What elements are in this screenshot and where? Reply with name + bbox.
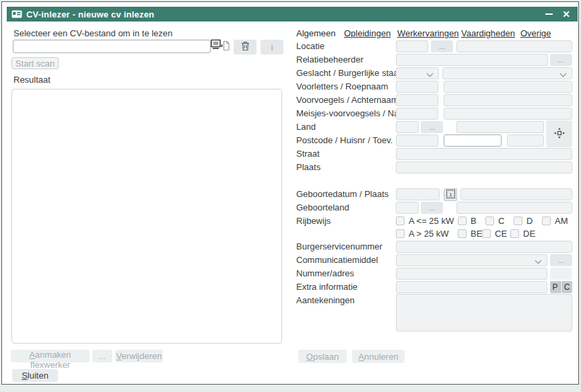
cancel-button[interactable]: Annuleren [352, 350, 405, 363]
locatie-code-input[interactable] [396, 40, 428, 52]
tab-werkervaringen[interactable]: Werkervaringen [397, 28, 459, 38]
land-label: Land [296, 121, 316, 133]
info-icon: i [271, 42, 273, 52]
checkbox-c[interactable] [485, 217, 494, 225]
geboortedatum-input[interactable] [396, 188, 440, 200]
checkbox-am-label: AM [555, 215, 568, 227]
extra-c-button[interactable]: C [561, 281, 572, 293]
svg-text:1: 1 [449, 191, 452, 197]
nummer-adres-side-button[interactable] [550, 268, 572, 280]
relatiebeheerder-lookup-button[interactable]: ... [550, 54, 572, 66]
checkbox-ce[interactable] [482, 229, 491, 238]
roepnaam-input[interactable] [444, 81, 572, 93]
checkbox-a-gt-25kw-label: A > 25 kW [409, 228, 449, 239]
computer-file-import-icon [211, 39, 230, 54]
meisjes-voorvoegsels-input[interactable] [396, 108, 438, 120]
toevoeging-input[interactable] [507, 134, 544, 147]
rijbewijs-label: Rijbewijs [296, 215, 331, 227]
checkbox-b[interactable] [458, 217, 467, 225]
checkbox-c-label: C [498, 215, 504, 227]
create-flexworker-more-button[interactable]: ... [92, 350, 112, 362]
communicatiemiddel-more-button[interactable]: ... [550, 254, 572, 266]
geboorteland-name-input[interactable] [456, 202, 572, 214]
relatiebeheerder-input[interactable] [396, 54, 548, 66]
extra-informatie-label: Extra informatie [296, 281, 357, 293]
postcode-input[interactable] [396, 134, 438, 147]
page: CV-inlezer - nieuwe cv inlezen ✕ Selecte… [0, 0, 581, 392]
geslacht-staat-label: Geslacht / Burgerlijke staat [296, 67, 401, 79]
burgerlijke-staat-select[interactable] [442, 67, 572, 79]
extra-informatie-input[interactable] [396, 281, 547, 293]
tab-opleidingen[interactable]: Opleidingen [344, 28, 390, 38]
create-flexworker-button[interactable]: Aanmaken flexwerker [11, 350, 90, 362]
minimize-button[interactable] [541, 7, 556, 22]
checkbox-be[interactable] [458, 229, 467, 238]
bsn-input[interactable] [396, 241, 572, 253]
voorvoegsels-label: Voorvoegels / Achternaam [296, 94, 399, 106]
move-address-button[interactable] [546, 120, 572, 147]
voorletters-input[interactable] [396, 81, 438, 93]
select-file-label: Selecteer een CV-bestand om in te lezen [13, 28, 172, 40]
calendar-button[interactable]: 1 [444, 188, 457, 201]
locatie-lookup-button[interactable]: ... [431, 40, 453, 52]
locatie-label: Locatie [296, 40, 324, 52]
tab-vaardigheden[interactable]: Vaardigheden [461, 28, 515, 38]
checkbox-a-lte-25kw[interactable] [396, 217, 405, 225]
import-from-computer-button[interactable] [209, 39, 231, 54]
tab-overige[interactable]: Overige [520, 28, 551, 38]
straat-input[interactable] [396, 148, 572, 160]
geboorteplaats-input[interactable] [460, 188, 572, 200]
aantekeningen-textarea[interactable] [396, 294, 572, 331]
trash-icon [241, 41, 250, 53]
checkbox-de[interactable] [510, 229, 519, 238]
locatie-name-input[interactable] [456, 40, 572, 52]
geslacht-select[interactable] [396, 67, 439, 79]
window-title: CV-inlezer - nieuwe cv inlezen [26, 9, 154, 19]
calendar-icon: 1 [446, 190, 455, 200]
minimize-icon [545, 13, 553, 15]
checkbox-a-gt-25kw[interactable] [396, 229, 405, 238]
communicatiemiddel-label: Communicatiemiddel [296, 254, 378, 266]
file-path-input[interactable] [13, 40, 211, 53]
land-lookup-button[interactable]: ... [421, 121, 443, 133]
cv-inlezer-dialog: CV-inlezer - nieuwe cv inlezen ✕ Selecte… [1, 1, 579, 385]
id-card-icon [11, 10, 22, 18]
move-icon [554, 128, 565, 141]
delete-result-button[interactable]: Verwijderen [115, 350, 163, 362]
meisjes-label: Meisjes-voorvoegsels / Naam [296, 108, 411, 120]
plaats-label: Plaats [296, 161, 320, 173]
extra-p-button[interactable]: P [550, 281, 561, 293]
close-button[interactable]: ✕ [559, 7, 574, 22]
aantekeningen-label: Aantekeningen [296, 295, 355, 307]
checkbox-d-label: D [526, 215, 533, 227]
checkbox-de-label: DE [523, 228, 535, 239]
save-button[interactable]: Opslaan [298, 350, 347, 363]
geboorteland-code-input[interactable] [396, 202, 419, 214]
result-label: Resultaat [13, 74, 50, 86]
meisjes-naam-input[interactable] [444, 108, 572, 120]
checkbox-ce-label: CE [495, 228, 507, 239]
voorvoegsels-input[interactable] [396, 94, 438, 106]
straat-label: Straat [296, 148, 320, 160]
huisnr-input[interactable] [444, 134, 502, 147]
checkbox-a-lte-25kw-label: A <= 25 kW [409, 215, 454, 227]
geboorteland-lookup-button[interactable]: ... [421, 202, 443, 214]
communicatiemiddel-select[interactable] [396, 254, 547, 266]
tab-algemeen[interactable]: Algemeen [296, 28, 336, 38]
delete-file-button[interactable] [234, 40, 257, 54]
result-box[interactable] [11, 89, 282, 344]
nummer-adres-input[interactable] [396, 268, 547, 280]
land-code-input[interactable] [396, 121, 419, 133]
achternaam-input[interactable] [444, 94, 572, 106]
start-scan-button[interactable]: Start scan [11, 57, 59, 69]
checkbox-d[interactable] [514, 217, 522, 225]
plaats-input[interactable] [396, 161, 572, 173]
close-dialog-button[interactable]: Sluiten [12, 369, 58, 382]
titlebar: CV-inlezer - nieuwe cv inlezen ✕ [7, 7, 578, 22]
checkbox-b-label: B [471, 215, 477, 227]
land-name-input[interactable] [456, 121, 544, 133]
geboorteland-label: Geboorteland [296, 202, 349, 214]
geboortedatum-label: Geboortedatum / Plaats [296, 188, 388, 200]
file-info-button[interactable]: i [261, 40, 283, 54]
checkbox-am[interactable] [542, 217, 551, 225]
